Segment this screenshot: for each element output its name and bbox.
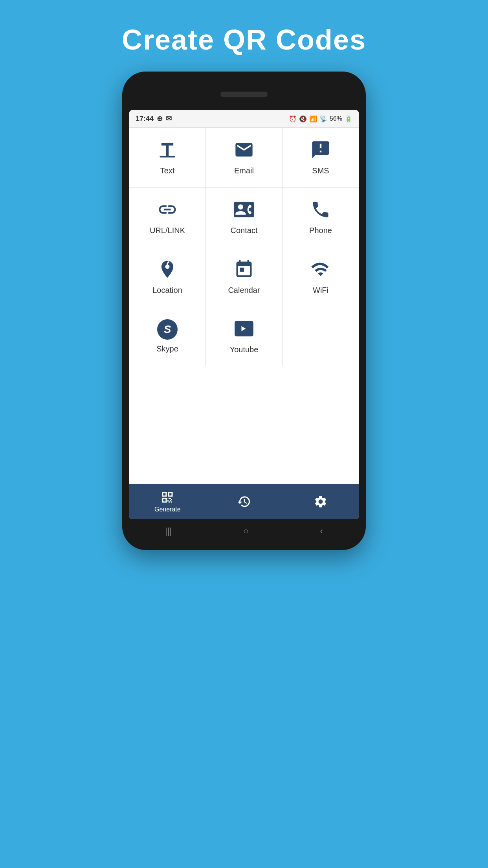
gesture-home-icon: ○ (243, 526, 248, 536)
location-label: Location (152, 286, 182, 295)
phone-screen: 17:44 ⊕ ✉ ⏰ 🔇 📶 📡 56% 🔋 (129, 110, 359, 519)
signal-icon: 📡 (319, 115, 327, 123)
gesture-back-icon: ‹ (320, 526, 323, 536)
skype-label: Skype (156, 344, 178, 353)
grid-cell-sms[interactable]: SMS (283, 128, 359, 187)
phone-speaker (220, 92, 268, 97)
wifi-status-icon: 📶 (309, 115, 317, 123)
phone-top (129, 79, 359, 110)
phone-bottom-bar: ||| ○ ‹ (129, 519, 359, 543)
phone-icon (310, 199, 331, 221)
nav-item-generate[interactable]: Generate (129, 490, 206, 513)
wifi-icon (310, 259, 331, 281)
wifi-label: WiFi (313, 286, 328, 295)
history-icon (237, 495, 251, 509)
empty-content-area (129, 366, 359, 484)
grid-cell-location[interactable]: Location (129, 247, 205, 307)
nav-item-settings[interactable] (282, 495, 359, 509)
battery-display: 56% (330, 115, 342, 122)
contact-label: Contact (231, 226, 258, 235)
skype-icon: S (157, 319, 178, 340)
text-icon (157, 140, 178, 162)
grid-cell-wifi[interactable]: WiFi (283, 247, 359, 307)
status-left: 17:44 ⊕ ✉ (136, 114, 172, 123)
status-bar: 17:44 ⊕ ✉ ⏰ 🔇 📶 📡 56% 🔋 (129, 110, 359, 127)
svg-rect-0 (160, 156, 175, 157)
alarm-icon: ⏰ (289, 115, 297, 123)
battery-icon: 🔋 (345, 115, 352, 123)
generate-nav-label: Generate (154, 506, 181, 513)
youtube-icon (234, 318, 254, 340)
urllink-label: URL/LINK (150, 226, 185, 235)
sms-icon (310, 140, 331, 162)
email-icon (234, 140, 254, 162)
page-title: Create QR Codes (0, 0, 488, 72)
grid-cell-empty (283, 307, 359, 366)
gesture-menu-icon: ||| (165, 526, 172, 536)
youtube-label: Youtube (230, 345, 259, 354)
text-label: Text (160, 166, 175, 175)
sync-icon: ⊕ (157, 114, 163, 123)
grid-row-partial: S Skype Youtube (129, 307, 359, 366)
mute-icon: 🔇 (299, 115, 307, 123)
grid-cell-phone[interactable]: Phone (283, 188, 359, 247)
grid-cell-calendar[interactable]: Calendar (206, 247, 282, 307)
email-label: Email (234, 166, 254, 175)
grid-cell-text[interactable]: Text (129, 128, 205, 187)
bottom-nav: Generate (129, 484, 359, 519)
calendar-label: Calendar (228, 286, 260, 295)
phone-wrapper: 17:44 ⊕ ✉ ⏰ 🔇 📶 📡 56% 🔋 (0, 72, 488, 550)
time-display: 17:44 (136, 115, 154, 123)
grid-cell-email[interactable]: Email (206, 128, 282, 187)
svg-point-3 (323, 148, 325, 150)
svg-point-1 (316, 148, 318, 150)
link-icon (157, 199, 178, 221)
calendar-icon (234, 259, 254, 281)
settings-icon (314, 495, 328, 509)
phone-body: 17:44 ⊕ ✉ ⏰ 🔇 📶 📡 56% 🔋 (122, 72, 366, 550)
qr-icon (160, 490, 174, 504)
status-right: ⏰ 🔇 📶 📡 56% 🔋 (289, 115, 352, 123)
skype-circle-icon: S (157, 319, 178, 340)
email-status-icon: ✉ (166, 114, 172, 123)
svg-point-2 (319, 148, 321, 150)
contact-icon (234, 199, 254, 221)
grid-cell-contact[interactable]: Contact (206, 188, 282, 247)
grid-cell-skype[interactable]: S Skype (129, 307, 205, 366)
location-icon (157, 259, 178, 281)
nav-item-history[interactable] (206, 495, 283, 509)
sms-label: SMS (312, 166, 329, 175)
grid-cell-youtube[interactable]: Youtube (206, 307, 282, 366)
phone-label: Phone (309, 226, 332, 235)
grid-cell-urllink[interactable]: URL/LINK (129, 188, 205, 247)
grid-container: Text Email (129, 127, 359, 307)
